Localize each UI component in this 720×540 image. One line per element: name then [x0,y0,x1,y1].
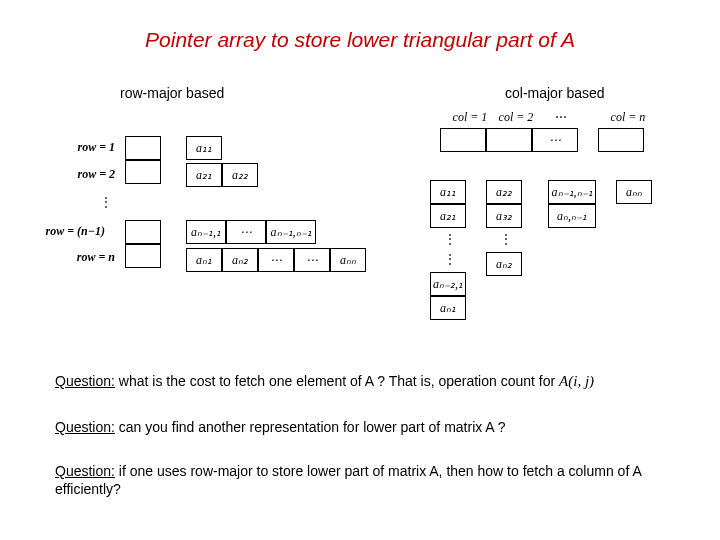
cell-c1-vdots1: ⋮ [444,232,456,247]
row-major-heading: row-major based [120,85,224,101]
cell-cn1-top: aₙ₋₁,ₙ₋₁ [548,180,596,204]
Aij-expr: A(i, j) [559,373,594,389]
col-label-dots: ⋯ [555,110,567,125]
cell-rn-ann: aₙₙ [330,248,366,272]
row-label-1: row = 1 [45,140,115,155]
cell-rn-an1: aₙ₁ [186,248,222,272]
ptr-col-gap: ⋯ [532,128,578,152]
row-label-vdots: ⋮ [100,195,112,210]
cell-c2-a22: a₂₂ [486,180,522,204]
page-title: Pointer array to store lower triangular … [0,28,720,52]
question-2: Question: can you find another represent… [55,418,675,436]
cell-rn-an2: aₙ₂ [222,248,258,272]
question-1-text: what is the cost to fetch one element of… [115,373,559,389]
col-label-n: col = n [610,110,646,125]
question-1: Question: what is the cost to fetch one … [55,372,675,392]
cell-c2-an2: aₙ₂ [486,252,522,276]
question-1-label: Question: [55,373,115,389]
row-label-n1: row = (n−1) [35,224,105,239]
question-2-label: Question: [55,419,115,435]
ptr-col-1 [440,128,486,152]
cell-r2-a22: a₂₂ [222,163,258,187]
cell-c1-a21: a₂₁ [430,204,466,228]
row-label-n: row = n [45,250,115,265]
cell-rn-dots2: ⋯ [294,248,330,272]
question-3-label: Question: [55,463,115,479]
ptr-row-1 [125,136,161,160]
cell-cn-ann: aₙₙ [616,180,652,204]
cell-r1-a11: a₁₁ [186,136,222,160]
ptr-col-n [598,128,644,152]
ptr-row-2 [125,160,161,184]
cell-rn-dots1: ⋯ [258,248,294,272]
question-2-text: can you find another representation for … [115,419,506,435]
cell-cn1-bot: aₙ,ₙ₋₁ [548,204,596,228]
col-major-heading: col-major based [505,85,605,101]
cell-c1-an1: aₙ₁ [430,296,466,320]
cell-c1-a11: a₁₁ [430,180,466,204]
ptr-col-2 [486,128,532,152]
cell-c2-vdots: ⋮ [500,232,512,247]
cell-rn1-last: aₙ₋₁,ₙ₋₁ [266,220,316,244]
cell-c2-a32: a₃₂ [486,204,522,228]
cell-c1-an21: aₙ₋₂,₁ [430,272,466,296]
question-3: Question: if one uses row-major to store… [55,462,675,498]
question-3-text: if one uses row-major to store lower par… [55,463,641,497]
ptr-row-n [125,244,161,268]
cell-r2-a21: a₂₁ [186,163,222,187]
col-label-2: col = 2 [498,110,534,125]
cell-c1-vdots2: ⋮ [444,252,456,267]
cell-rn1-2: ⋯ [226,220,266,244]
cell-rn1-1: aₙ₋₁,₁ [186,220,226,244]
row-label-2: row = 2 [45,167,115,182]
ptr-row-n1 [125,220,161,244]
col-label-1: col = 1 [452,110,488,125]
